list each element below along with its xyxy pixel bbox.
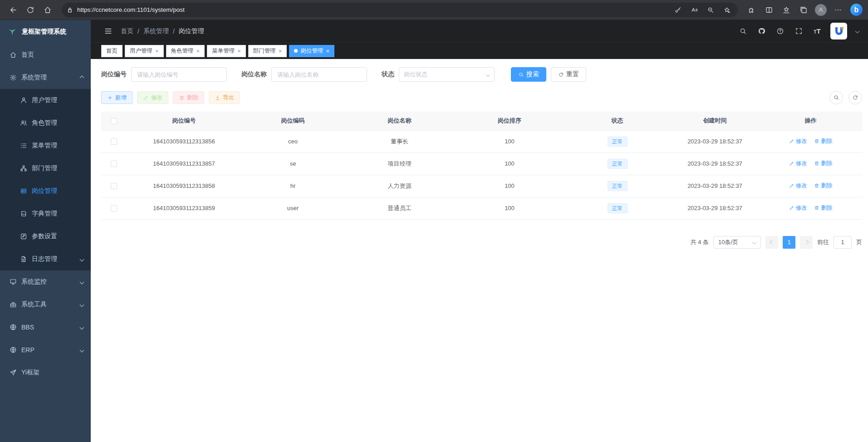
- arrow-left-icon: [9, 6, 17, 14]
- tab-post-mgmt[interactable]: 岗位管理 ×: [289, 45, 334, 57]
- browser-back-button[interactable]: [5, 2, 21, 18]
- sidebar-item-home[interactable]: 首页: [0, 44, 91, 66]
- row-delete-link[interactable]: 删除: [814, 182, 832, 190]
- row-delete-link[interactable]: 删除: [814, 160, 832, 167]
- row-checkbox[interactable]: [111, 183, 117, 189]
- table-row[interactable]: 1641030593112313857 se 项目经理 100 正常 2023-…: [101, 152, 862, 175]
- tab-menu-mgmt[interactable]: 菜单管理 ×: [207, 45, 246, 57]
- delete-button[interactable]: 删除: [173, 91, 204, 104]
- sidebar-toggle-icon[interactable]: [102, 25, 114, 37]
- sidebar-item-menu-mgmt[interactable]: 菜单管理: [0, 134, 91, 157]
- browser-refresh-button[interactable]: [23, 2, 38, 18]
- row-checkbox[interactable]: [111, 205, 117, 211]
- refresh-table-button[interactable]: [848, 91, 862, 104]
- sidebar-item-tools[interactable]: 系统工具: [0, 293, 91, 316]
- github-icon[interactable]: [756, 26, 767, 37]
- post-id-input[interactable]: [131, 67, 227, 82]
- row-edit-link[interactable]: 修改: [789, 138, 807, 145]
- add-button[interactable]: 新增: [101, 91, 132, 104]
- tab-home[interactable]: 首页: [101, 45, 123, 57]
- sidebar-item-system[interactable]: 系统管理: [0, 66, 91, 89]
- password-key-icon[interactable]: [672, 4, 684, 16]
- reset-button[interactable]: 重置: [551, 67, 586, 82]
- row-checkbox[interactable]: [111, 161, 117, 167]
- search-icon[interactable]: [737, 26, 748, 37]
- download-icon: [215, 95, 221, 101]
- navbar-actions: TT: [737, 23, 859, 39]
- help-icon[interactable]: [775, 26, 785, 37]
- url-text[interactable]: https://ccnetcore.com:1101/system/post: [77, 6, 668, 13]
- status-badge: 正常: [608, 137, 628, 147]
- app-logo[interactable]: 意框架管理系统: [0, 20, 91, 44]
- sidebar-item-role-mgmt[interactable]: 角色管理: [0, 112, 91, 134]
- row-edit-link[interactable]: 修改: [789, 160, 807, 167]
- app-title: 意框架管理系统: [22, 28, 66, 36]
- table-row[interactable]: 1641030593112313859 user 普通员工 100 正常 202…: [101, 197, 862, 219]
- page-number-button[interactable]: 1: [783, 236, 795, 249]
- row-delete-link[interactable]: 删除: [814, 138, 832, 145]
- status-select[interactable]: 岗位状态: [399, 67, 495, 82]
- sidebar-item-post-mgmt[interactable]: 岗位管理: [0, 180, 91, 202]
- font-size-icon[interactable]: TT: [812, 26, 823, 37]
- breadcrumb-item[interactable]: 首页: [121, 27, 133, 35]
- chevron-down-icon: [80, 280, 84, 284]
- browser-menu-icon[interactable]: [830, 2, 846, 18]
- select-all-checkbox[interactable]: [111, 118, 117, 124]
- browser-home-button[interactable]: [40, 2, 55, 18]
- search-button[interactable]: 搜索: [511, 67, 546, 82]
- page-size-select[interactable]: 10条/页: [713, 236, 761, 249]
- post-name-input[interactable]: [271, 67, 367, 82]
- row-checkbox[interactable]: [111, 138, 117, 145]
- toggle-search-button[interactable]: [829, 91, 843, 104]
- user-icon: [20, 97, 27, 104]
- close-icon[interactable]: ×: [155, 48, 159, 54]
- next-page-button[interactable]: [800, 236, 813, 249]
- toolbar-right: [829, 91, 862, 104]
- bing-chat-icon[interactable]: b: [850, 4, 863, 16]
- favorites-bar-icon[interactable]: [779, 2, 794, 18]
- cell-post-id: 1641030593112313859: [126, 197, 242, 219]
- profile-avatar[interactable]: [813, 2, 829, 18]
- goto-page-input[interactable]: [834, 236, 852, 249]
- row-delete-link[interactable]: 删除: [814, 204, 832, 212]
- collections-icon[interactable]: [796, 2, 811, 18]
- close-icon[interactable]: ×: [279, 48, 282, 54]
- sidebar-item-dict-mgmt[interactable]: 字典管理: [0, 202, 91, 225]
- extensions-icon[interactable]: [744, 2, 760, 18]
- sidebar-item-log-mgmt[interactable]: 日志管理: [0, 248, 91, 270]
- row-edit-link[interactable]: 修改: [789, 204, 807, 212]
- row-edit-link[interactable]: 修改: [789, 182, 807, 190]
- export-button[interactable]: 导出: [209, 91, 240, 104]
- fullscreen-icon[interactable]: [793, 26, 804, 37]
- table-row[interactable]: 1641030593112313856 ceo 董事长 100 正常 2023-…: [101, 130, 862, 152]
- read-aloud-icon[interactable]: [688, 4, 701, 16]
- tab-dept-mgmt[interactable]: 部门管理 ×: [248, 45, 287, 57]
- sidebar-item-bbs[interactable]: BBS: [0, 316, 91, 339]
- table-row[interactable]: 1641030593112313858 hr 人力资源 100 正常 2023-…: [101, 175, 862, 197]
- sidebar-item-yi-framework[interactable]: Yi框架: [0, 361, 91, 384]
- chevron-down-icon[interactable]: [855, 29, 860, 34]
- breadcrumb-item[interactable]: 系统管理: [143, 27, 169, 35]
- user-avatar[interactable]: [830, 23, 847, 39]
- edit-button[interactable]: 修改: [137, 91, 168, 104]
- breadcrumb-current: 岗位管理: [179, 27, 204, 35]
- close-icon[interactable]: ×: [326, 48, 329, 54]
- cell-post-name: 人力资源: [344, 175, 455, 197]
- sidebar-item-dept-mgmt[interactable]: 部门管理: [0, 157, 91, 180]
- split-screen-icon[interactable]: [761, 2, 777, 18]
- zoom-icon[interactable]: [704, 4, 717, 16]
- address-bar[interactable]: https://ccnetcore.com:1101/system/post: [62, 3, 738, 17]
- sidebar-item-user-mgmt[interactable]: 用户管理: [0, 89, 91, 112]
- close-icon[interactable]: ×: [196, 48, 200, 54]
- sidebar-item-monitor[interactable]: 系统监控: [0, 270, 91, 293]
- tab-user-mgmt[interactable]: 用户管理 ×: [125, 45, 164, 57]
- prev-page-button[interactable]: [765, 236, 778, 249]
- active-tab-dot: [294, 49, 298, 53]
- sidebar-item-param-settings[interactable]: 参数设置: [0, 225, 91, 248]
- site-info-lock-icon[interactable]: [66, 6, 74, 14]
- sidebar-item-erp[interactable]: ERP: [0, 339, 91, 361]
- favorite-star-icon[interactable]: [721, 4, 733, 16]
- close-icon[interactable]: ×: [237, 48, 241, 54]
- tab-role-mgmt[interactable]: 角色管理 ×: [166, 45, 205, 57]
- edit-icon: [789, 161, 794, 166]
